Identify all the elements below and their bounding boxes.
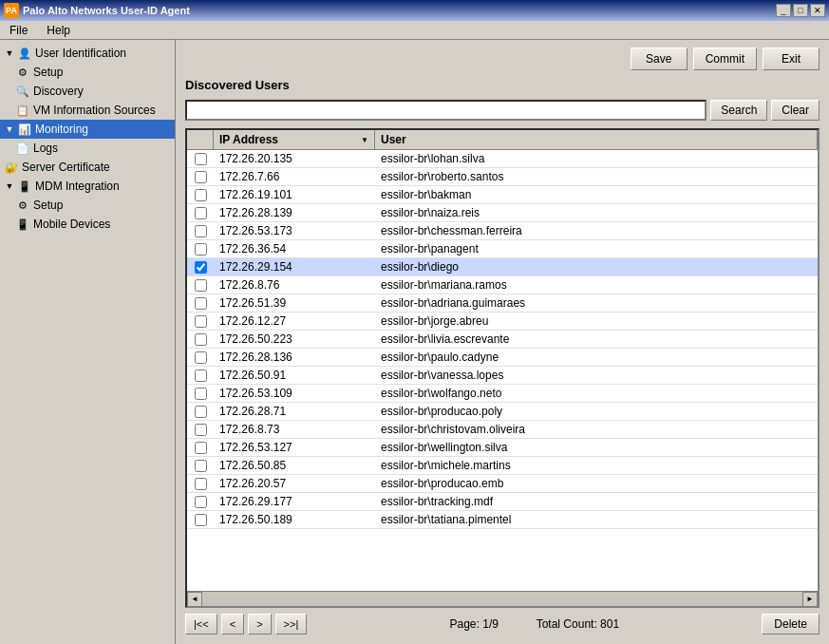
scroll-right-button[interactable]: ►	[802, 592, 818, 607]
checkbox-input-1[interactable]	[195, 171, 207, 183]
row-checkbox-11[interactable]	[187, 351, 214, 364]
row-checkbox-9[interactable]	[187, 315, 214, 328]
row-checkbox-7[interactable]	[187, 279, 214, 292]
row-checkbox-17[interactable]	[187, 460, 214, 472]
row-ip-16: 172.26.53.127	[214, 441, 375, 454]
sidebar-item-discovery[interactable]: 🔍 Discovery	[0, 82, 175, 101]
sidebar-item-mobile-devices[interactable]: 📱 Mobile Devices	[0, 215, 175, 234]
save-button[interactable]: Save	[631, 47, 688, 70]
last-page-button[interactable]: >>|	[275, 614, 308, 635]
row-user-19: essilor-br\tracking.mdf	[375, 495, 818, 508]
checkbox-input-0[interactable]	[195, 153, 207, 165]
sidebar-item-setup[interactable]: ⚙ Setup	[0, 63, 175, 82]
row-checkbox-19[interactable]	[187, 496, 214, 508]
checkbox-input-20[interactable]	[195, 514, 207, 526]
row-checkbox-4[interactable]	[187, 225, 214, 237]
checkbox-input-14[interactable]	[195, 406, 207, 418]
file-menu[interactable]: File	[4, 22, 33, 39]
checkbox-input-5[interactable]	[195, 243, 207, 256]
header-user[interactable]: User	[375, 130, 818, 149]
row-checkbox-13[interactable]	[187, 388, 214, 400]
delete-button[interactable]: Delete	[762, 614, 820, 635]
table-row: 172.26.29.154 essilor-br\diego	[187, 258, 818, 276]
horizontal-scrollbar[interactable]: ◄ ►	[187, 591, 818, 606]
checkbox-input-9[interactable]	[195, 315, 207, 328]
clear-button[interactable]: Clear	[771, 100, 820, 121]
sidebar-item-vm-info-sources[interactable]: 📋 VM Information Sources	[0, 101, 175, 120]
sidebar-item-logs[interactable]: 📄 Logs	[0, 139, 175, 158]
row-user-6: essilor-br\diego	[375, 260, 818, 274]
row-checkbox-1[interactable]	[187, 171, 214, 183]
sidebar-item-mdm-integration[interactable]: ▼ 📱 MDM Integration	[0, 177, 175, 196]
checkbox-input-7[interactable]	[195, 279, 207, 292]
checkbox-input-13[interactable]	[195, 388, 207, 400]
commit-button[interactable]: Commit	[693, 47, 757, 70]
checkbox-input-10[interactable]	[195, 333, 207, 346]
header-checkbox-cell	[187, 130, 214, 149]
row-user-20: essilor-br\tatiana.pimentel	[375, 513, 818, 526]
row-ip-14: 172.26.28.71	[214, 405, 375, 418]
sidebar-item-setup-mdm[interactable]: ⚙ Setup	[0, 196, 175, 215]
row-checkbox-6[interactable]	[187, 261, 214, 274]
table-row: 172.26.20.135 essilor-br\lohan.silva	[187, 150, 818, 168]
help-menu[interactable]: Help	[41, 22, 76, 39]
maximize-button[interactable]: □	[793, 4, 808, 17]
checkbox-input-16[interactable]	[195, 442, 207, 454]
row-checkbox-16[interactable]	[187, 442, 214, 454]
row-user-2: essilor-br\bakman	[375, 188, 818, 201]
mdm-icon: 📱	[17, 179, 32, 194]
row-checkbox-10[interactable]	[187, 333, 214, 346]
pagination: |<< < > >>| Page: 1/9 Total Count: 801 D…	[185, 608, 820, 635]
search-button[interactable]: Search	[710, 100, 767, 121]
scroll-left-button[interactable]: ◄	[187, 592, 202, 607]
checkbox-input-3[interactable]	[195, 207, 207, 219]
header-ip[interactable]: IP Address ▼	[214, 130, 375, 149]
row-checkbox-14[interactable]	[187, 406, 214, 418]
exit-button[interactable]: Exit	[763, 47, 820, 70]
row-checkbox-12[interactable]	[187, 369, 214, 382]
checkbox-input-2[interactable]	[195, 189, 207, 201]
checkbox-input-19[interactable]	[195, 496, 207, 508]
checkbox-input-4[interactable]	[195, 225, 207, 237]
row-ip-4: 172.26.53.173	[214, 224, 375, 237]
window-controls[interactable]: _ □ ✕	[776, 4, 825, 17]
table-row: 172.26.29.177 essilor-br\tracking.mdf	[187, 493, 818, 511]
row-ip-18: 172.26.20.57	[214, 477, 375, 490]
row-ip-6: 172.26.29.154	[214, 260, 375, 274]
row-user-0: essilor-br\lohan.silva	[375, 152, 818, 165]
row-checkbox-3[interactable]	[187, 207, 214, 219]
search-input[interactable]	[185, 100, 707, 121]
row-ip-10: 172.26.50.223	[214, 332, 375, 346]
row-checkbox-18[interactable]	[187, 478, 214, 490]
sort-arrow-ip: ▼	[361, 136, 368, 144]
next-page-button[interactable]: >	[248, 614, 271, 635]
scroll-track[interactable]	[202, 592, 802, 607]
row-ip-9: 172.26.12.27	[214, 314, 375, 328]
checkbox-input-17[interactable]	[195, 460, 207, 472]
sidebar-item-user-identification[interactable]: ▼ 👤 User Identification	[0, 44, 175, 63]
table-row: 172.26.28.136 essilor-br\paulo.cadyne	[187, 349, 818, 367]
close-button[interactable]: ✕	[810, 4, 825, 17]
checkbox-input-11[interactable]	[195, 351, 207, 364]
prev-page-button[interactable]: <	[221, 614, 244, 635]
checkbox-input-8[interactable]	[195, 297, 207, 310]
table-row: 172.26.19.101 essilor-br\bakman	[187, 186, 818, 204]
row-checkbox-20[interactable]	[187, 514, 214, 526]
checkbox-input-6[interactable]	[195, 261, 207, 274]
row-checkbox-15[interactable]	[187, 424, 214, 436]
minimize-button[interactable]: _	[776, 4, 791, 17]
row-checkbox-8[interactable]	[187, 297, 214, 310]
checkbox-input-15[interactable]	[195, 424, 207, 436]
row-checkbox-2[interactable]	[187, 189, 214, 201]
sidebar-item-server-certificate[interactable]: 🔐 Server Certificate	[0, 158, 175, 177]
row-ip-1: 172.26.7.66	[214, 170, 375, 183]
checkbox-input-12[interactable]	[195, 369, 207, 382]
table-row: 172.26.50.85 essilor-br\michele.martins	[187, 457, 818, 475]
menu-bar: File Help	[0, 21, 829, 40]
first-page-button[interactable]: |<<	[185, 614, 217, 635]
row-checkbox-0[interactable]	[187, 153, 214, 165]
row-checkbox-5[interactable]	[187, 243, 214, 256]
sidebar-item-monitoring[interactable]: ▼ 📊 Monitoring	[0, 120, 175, 139]
table-header: IP Address ▼ User	[187, 130, 818, 150]
checkbox-input-18[interactable]	[195, 478, 207, 490]
